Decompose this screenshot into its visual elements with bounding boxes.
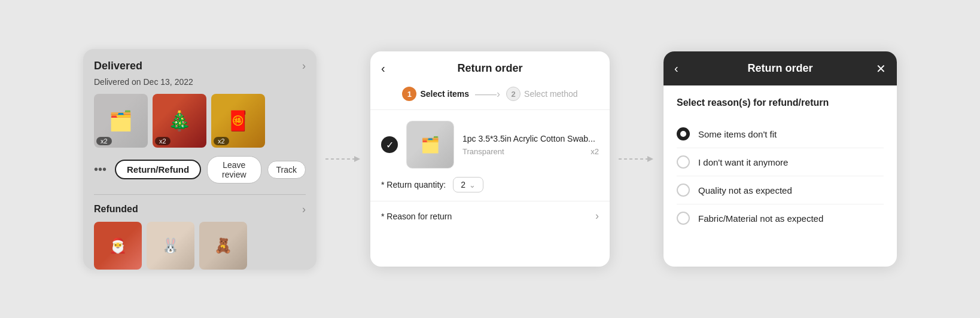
product-variant: Transparent [462,147,504,156]
reason-text-4: Fabric/Material not as expected [698,213,823,224]
reason-for-return-row[interactable]: * Reason for return › [370,201,610,231]
reason-option-2[interactable]: I don't want it anymore [677,148,884,176]
product-badge-1: x2 [96,137,112,145]
reason-text-3: Quality not as expected [698,185,792,195]
step1-label: Select items [420,89,469,99]
reason-text-2: I don't want it anymore [698,157,788,167]
panel3-back-button[interactable]: ‹ [674,62,678,75]
product-image-1: 🗂️ x2 [94,94,148,148]
order-card: Delivered › Delivered on Dec 13, 2022 🗂️… [83,49,316,270]
product-info: 1pc 3.5*3.5in Acrylic Cotton Swab... Tra… [462,133,599,157]
panel3-header: ‹ Return order ✕ [664,51,897,85]
radio-4 [677,212,690,225]
reason-text-1: Some items don't fit [698,129,777,139]
radio-inner-1 [680,131,686,137]
panel3-body: Select reason(s) for refund/return Some … [664,85,897,238]
svg-marker-3 [647,156,653,162]
panel1-section2: Refunded › 🎅 🐰 🧸 [83,195,316,270]
step-arrow-icon: ——› [475,88,500,100]
refunded-image-1: 🎅 [94,222,142,270]
panel2-title: Return order [457,62,522,75]
product-row: ✓ 🗂️ 1pc 3.5*3.5in Acrylic Cotton Swab..… [370,110,610,177]
product-image-2: 🎄 x2 [153,94,206,148]
product-images: 🗂️ x2 🎄 x2 🧧 x2 [83,94,316,156]
product-image-3: 🧧 x2 [211,94,265,148]
panel1-header: Delivered › [83,49,316,77]
reason-option-4[interactable]: Fabric/Material not as expected [677,204,884,232]
step2-num: 2 [511,90,515,99]
product-badge-3: x2 [214,137,229,145]
step1-circle: 1 [402,87,416,101]
product-thumbnail: 🗂️ [406,121,454,169]
delivered-date: Delivered on Dec 13, 2022 [83,77,316,94]
product-qty: x2 [591,147,599,156]
refunded-image-2: 🐰 [147,222,194,270]
reason-chevron-icon: › [595,210,599,222]
product-name: 1pc 3.5*3.5in Acrylic Cotton Swab... [462,133,599,145]
radio-1 [677,127,690,140]
radio-3 [677,184,690,197]
step-2: 2 Select method [506,87,578,101]
chevron-down-icon: ⌄ [469,181,476,189]
product-meta: Transparent x2 [462,147,599,156]
action-row: ••• Return/Refund Leave review Track [83,156,316,194]
return-refund-button[interactable]: Return/Refund [115,160,201,179]
arrow-2 [610,153,664,165]
qty-selector[interactable]: 2 ⌄ [453,177,483,192]
arrow-1 [316,153,370,165]
more-options-icon[interactable]: ••• [94,163,106,176]
step2-circle: 2 [506,87,521,101]
panel3-title: Return order [747,62,812,75]
step2-label: Select method [524,89,578,99]
product-badge-2: x2 [155,137,171,145]
chevron-right-refunded-icon[interactable]: › [302,203,306,216]
refunded-images: 🎅 🐰 🧸 [94,222,306,270]
stepper: 1 Select items ——› 2 Select method [370,81,610,109]
refunded-image-3: 🧸 [199,222,247,270]
chevron-right-icon[interactable]: › [302,60,306,72]
track-button[interactable]: Track [267,161,306,179]
reason-option-1[interactable]: Some items don't fit [677,120,884,148]
qty-value: 2 [461,180,465,189]
reason-option-3[interactable]: Quality not as expected [677,176,884,204]
check-circle-icon: ✓ [381,136,398,153]
step1-num: 1 [407,90,412,99]
return-order-panel: ‹ Return order 1 Select items ——› 2 Sele… [370,51,610,267]
radio-2 [677,155,690,169]
select-reason-panel: ‹ Return order ✕ Select reason(s) for re… [664,51,897,267]
return-qty-row: * Return quantity: 2 ⌄ [370,177,610,201]
refunded-title: Refunded [94,204,138,215]
panel1-section2-header: Refunded › [94,203,306,216]
panel3-subtitle: Select reason(s) for refund/return [677,97,884,108]
close-button[interactable]: ✕ [876,62,886,76]
panel2-back-button[interactable]: ‹ [381,62,385,75]
return-qty-label: * Return quantity: [381,180,446,189]
delivered-title: Delivered [94,60,142,72]
panel2-header: ‹ Return order [370,51,610,81]
leave-review-button[interactable]: Leave review [207,156,261,184]
step-1: 1 Select items [402,87,469,101]
svg-marker-1 [354,156,360,162]
reason-label: * Reason for return [381,212,452,221]
